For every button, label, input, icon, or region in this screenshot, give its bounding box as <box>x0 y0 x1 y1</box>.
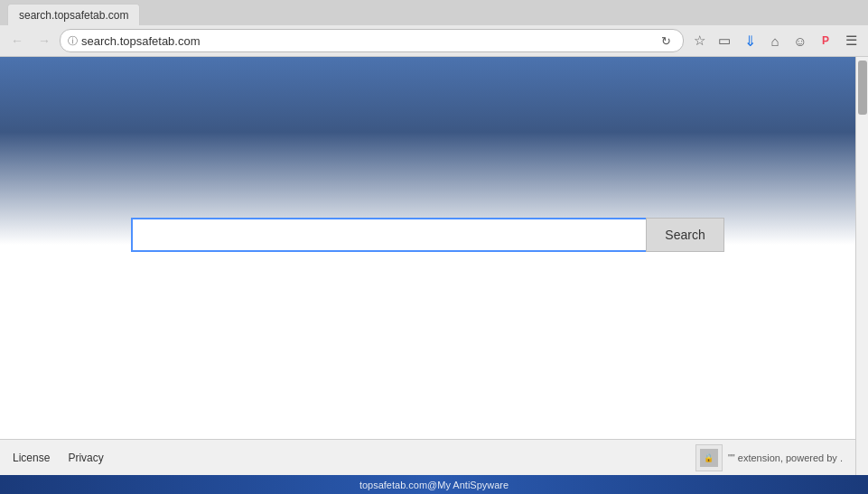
tab-title: search.topsafetab.com <box>19 9 128 22</box>
toolbar-icons: ☆ ▭ ⇓ ⌂ ☺ P ☰ <box>687 29 863 52</box>
forward-button[interactable]: → <box>33 29 56 52</box>
page-area: Search License Privacy 🔒 "" extension, p… <box>0 57 855 475</box>
license-link[interactable]: License <box>13 452 50 464</box>
scrollbar-thumb[interactable] <box>858 61 867 115</box>
security-icon: ⓘ <box>68 34 78 48</box>
bookmarks-icon: ▭ <box>718 33 731 49</box>
download-button[interactable]: ⇓ <box>738 29 761 52</box>
bottom-bar: topsafetab.com@My AntiSpyware <box>0 475 868 494</box>
browser-content: Search License Privacy 🔒 "" extension, p… <box>0 57 868 475</box>
home-button[interactable]: ⌂ <box>763 29 787 52</box>
search-input[interactable] <box>131 218 646 252</box>
extension-icon-box: 🔒 <box>695 444 723 471</box>
address-input[interactable] <box>81 34 652 48</box>
home-icon: ⌂ <box>770 33 779 49</box>
search-button[interactable]: Search <box>646 218 723 252</box>
star-button[interactable]: ☆ <box>687 29 711 52</box>
pocket-button[interactable]: P <box>814 29 837 52</box>
tab-bar: search.topsafetab.com <box>0 0 868 25</box>
reload-icon: ↻ <box>661 34 671 48</box>
download-icon: ⇓ <box>744 33 756 50</box>
extension-icon-glyph: 🔒 <box>704 453 714 462</box>
smiley-button[interactable]: ☺ <box>789 29 812 52</box>
reload-button[interactable]: ↻ <box>656 31 676 51</box>
bookmarks-button[interactable]: ▭ <box>713 29 736 52</box>
scrollbar <box>855 57 868 475</box>
back-icon: ← <box>11 33 23 48</box>
pocket-icon: P <box>822 34 829 47</box>
bottom-bar-text: topsafetab.com@My AntiSpyware <box>359 480 509 490</box>
forward-icon: → <box>38 33 51 48</box>
back-button[interactable]: ← <box>5 29 29 52</box>
menu-icon: ☰ <box>845 33 857 49</box>
extension-text: "" extension, powered by . <box>728 452 843 463</box>
address-bar-container: ⓘ ↻ <box>60 29 684 52</box>
browser-chrome: search.topsafetab.com ← → ⓘ ↻ ☆ ▭ ⇓ <box>0 0 868 57</box>
page-footer: License Privacy 🔒 "" extension, powered … <box>0 439 855 475</box>
page-main: Search <box>0 57 855 439</box>
smiley-icon: ☺ <box>793 33 807 49</box>
footer-right: 🔒 "" extension, powered by . <box>695 444 843 471</box>
privacy-link[interactable]: Privacy <box>68 452 103 464</box>
search-container: Search <box>131 218 723 252</box>
menu-button[interactable]: ☰ <box>839 29 863 52</box>
browser-toolbar: ← → ⓘ ↻ ☆ ▭ ⇓ ⌂ ☺ <box>0 25 868 56</box>
extension-icon-inner: 🔒 <box>700 449 718 467</box>
star-icon: ☆ <box>694 33 705 49</box>
browser-tab[interactable]: search.topsafetab.com <box>7 4 140 25</box>
